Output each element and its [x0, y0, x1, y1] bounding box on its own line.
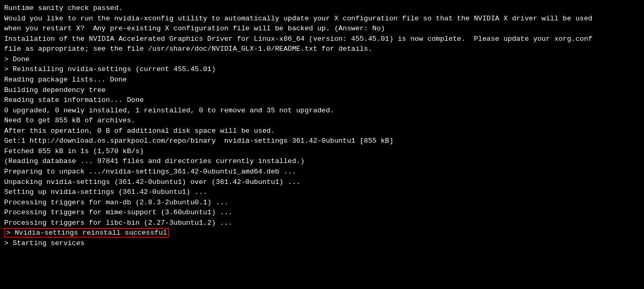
terminal-line-8: > Done — [4, 54, 640, 65]
terminal-line-19: (Reading database ... 97841 files and di… — [4, 156, 640, 167]
terminal-line-21: Unpacking nvidia-settings (361.42-0ubunt… — [4, 177, 640, 188]
terminal-line-23: Processing triggers for man-db (2.8.3-2u… — [4, 198, 640, 208]
terminal-line-15: Need to get 855 kB of archives. — [4, 115, 640, 126]
terminal-line-3: when you restart X? Any pre-existing X c… — [4, 24, 640, 34]
terminal-line-2: Would you like to run the nvidia-xconfig… — [4, 14, 640, 24]
terminal-line-13: Reading state information... Done — [4, 95, 640, 106]
terminal-line-16: After this operation, 0 B of additional … — [4, 126, 640, 136]
terminal-line-24: Processing triggers for mime-support (3.… — [4, 207, 640, 218]
terminal-line-25: Processing triggers for libc-bin (2.27-3… — [4, 218, 640, 228]
terminal-line-10: > Reinstalling nvidia-settings (current … — [4, 64, 640, 75]
terminal-line-18: Fetched 855 kB in 1s (1,570 kB/s) — [4, 146, 640, 157]
terminal-line-26: > Nvidia-settings reinstall successful — [4, 228, 640, 238]
terminal-content: Runtime sanity check passed.Would you li… — [4, 3, 640, 249]
terminal-line-20: Preparing to unpack .../nvidia-settings_… — [4, 167, 640, 177]
terminal-line-12: Building dependency tree — [4, 85, 640, 96]
terminal-line-5: Installation of the NVIDIA Accelerated G… — [4, 34, 640, 44]
terminal-line-17: Get:1 http://download.os.sparkpool.com/r… — [4, 136, 640, 146]
terminal-line-27: > Starting services — [4, 238, 640, 249]
terminal-line-22: Setting up nvidia-settings (361.42-0ubun… — [4, 187, 640, 198]
terminal-line-1: Runtime sanity check passed. — [4, 3, 640, 14]
terminal-line-14: 0 upgraded, 0 newly installed, 1 reinsta… — [4, 106, 640, 116]
terminal-line-6: file as appropriate; see the file /usr/s… — [4, 44, 640, 54]
terminal-window: Runtime sanity check passed.Would you li… — [0, 0, 644, 289]
terminal-line-11: Reading package lists... Done — [4, 75, 640, 85]
